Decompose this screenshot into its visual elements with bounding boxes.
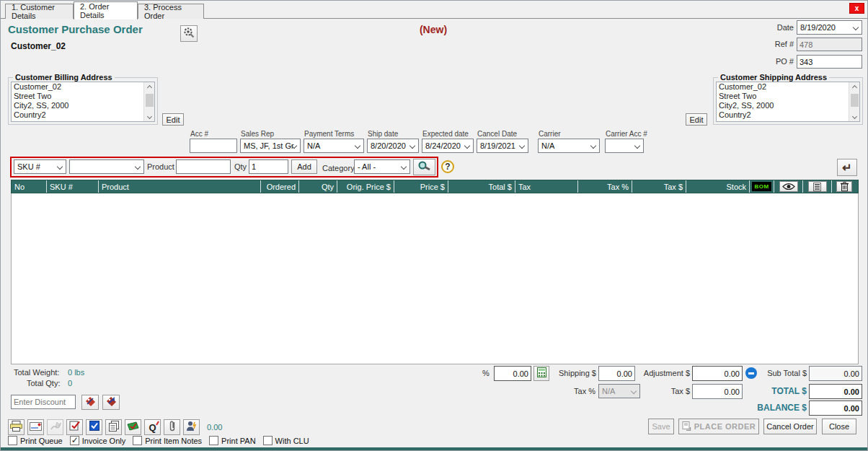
tax-amount-input[interactable] (692, 384, 743, 399)
scroll-up-icon[interactable] (849, 82, 860, 92)
attachment-button[interactable] (164, 419, 180, 435)
adjustment-input[interactable] (692, 366, 743, 381)
return-arrow-icon: ↵ (842, 161, 851, 175)
billing-scrollbar[interactable] (143, 82, 154, 121)
apply-discount-button[interactable] (81, 395, 99, 410)
print-item-notes-checkbox[interactable] (133, 436, 142, 445)
balance-field (809, 400, 862, 416)
order-date-picker[interactable]: 8/19/2020 (797, 20, 862, 35)
help-icon[interactable]: ? (441, 160, 454, 173)
scroll-up-icon[interactable] (144, 82, 155, 92)
billing-line: Street Two (12, 92, 154, 101)
col-total: Total $ (448, 180, 515, 193)
print-pan-label: Print PAN (221, 437, 255, 445)
col-stock: Stock (686, 180, 750, 193)
total-qty-value: 0 (68, 379, 72, 387)
category-select[interactable]: - All - (354, 159, 410, 174)
save-button[interactable]: Save (648, 419, 674, 434)
scroll-down-icon[interactable] (849, 111, 860, 121)
qty-input[interactable] (249, 159, 288, 174)
sku-select[interactable] (69, 159, 144, 174)
cancel-date-picker[interactable]: 8/19/2021 (477, 139, 528, 153)
billing-line: Country2 (12, 110, 154, 120)
print-pan-checkbox[interactable] (209, 436, 218, 445)
shipping-input[interactable] (598, 366, 635, 381)
quickbooks-button[interactable]: Q (144, 419, 161, 435)
edit-shipping-button[interactable]: Edit (686, 113, 707, 126)
billing-address-title: Customer Billing Address (13, 73, 115, 82)
chevron-down-icon (519, 143, 525, 149)
payment-button[interactable] (125, 419, 141, 435)
shipping-scrollbar[interactable] (849, 82, 859, 121)
shipping-address-box[interactable]: Customer_02 Street Two City2, SS, 2000 C… (716, 82, 860, 122)
scroll-thumb[interactable] (851, 94, 859, 107)
scroll-down-icon[interactable] (144, 111, 155, 121)
remove-discount-button[interactable] (102, 395, 120, 410)
signature-pen-icon (50, 421, 61, 434)
discount-input[interactable] (11, 395, 76, 409)
user-alert-button[interactable] (183, 419, 200, 435)
discount-percent-input[interactable] (494, 366, 531, 381)
billing-address-box[interactable]: Customer_02 Street Two City2, SS, 2000 C… (11, 82, 155, 122)
email-button[interactable] (27, 419, 44, 435)
carrier-label: Carrier (539, 130, 561, 138)
items-table-body[interactable] (11, 193, 859, 364)
place-order-button[interactable]: PLACE ORDER (678, 419, 759, 434)
eye-icon[interactable] (779, 181, 798, 192)
payment-terms-value: N/A (307, 141, 320, 150)
tab-order-details[interactable]: 2. Order Details (74, 1, 138, 19)
col-bom: BOM (750, 180, 774, 193)
sales-rep-value: MS, JF, 1st Gr (244, 141, 294, 150)
items-table-header: No SKU # Product Ordered Qty Orig. Price… (11, 180, 859, 193)
tab-strip: 1. Customer Details 2. Order Details 3. … (1, 1, 867, 19)
acc-number-field[interactable] (190, 139, 237, 153)
print-check-button[interactable] (66, 419, 83, 435)
order-settings-button[interactable] (180, 25, 198, 42)
ship-date-label: Ship date (368, 130, 398, 138)
category-value: - All - (358, 162, 376, 171)
expected-date-label: Expected date (422, 130, 469, 138)
copy-button[interactable] (105, 419, 122, 435)
with-clu-checkbox[interactable] (263, 436, 273, 445)
edit-billing-button[interactable]: Edit (162, 113, 184, 126)
tax-percent-value: N/A (602, 387, 615, 395)
ship-date-picker[interactable]: 8/20/2020 (367, 139, 419, 153)
ref-number-field (797, 38, 862, 51)
print-queue-checkbox[interactable] (8, 436, 17, 445)
calculator-button[interactable] (533, 366, 549, 381)
total-label: TOTAL $ (750, 386, 807, 396)
sku-mode-select[interactable]: SKU # (14, 159, 66, 174)
print-queue-label: Print Queue (20, 437, 63, 445)
printer-button[interactable] (8, 419, 25, 435)
invoice-only-checkbox[interactable] (70, 436, 79, 445)
payment-terms-select[interactable]: N/A (304, 139, 364, 153)
envelope-icon (30, 421, 42, 434)
person-icon (186, 421, 197, 434)
close-button[interactable]: Close (822, 419, 856, 434)
trash-icon[interactable] (836, 181, 852, 192)
shipping-line: City2, SS, 2000 (717, 101, 859, 110)
tab-process-order[interactable]: 3. Process Order (138, 4, 204, 19)
col-orig-price: Orig. Price $ (337, 180, 394, 193)
sales-rep-select[interactable]: MS, JF, 1st Gr (240, 139, 301, 153)
tab-customer-details[interactable]: 1. Customer Details (5, 4, 74, 19)
carrier-acc-select[interactable] (605, 139, 644, 153)
expected-date-picker[interactable]: 8/24/2020 (422, 139, 474, 153)
scroll-thumb[interactable] (146, 94, 154, 107)
product-search-input[interactable] (176, 159, 231, 174)
blue-checkbox-icon (89, 421, 99, 434)
cancel-order-button[interactable]: Cancel Order (763, 419, 817, 434)
enter-item-button[interactable]: ↵ (837, 159, 857, 176)
carrier-select[interactable]: N/A (538, 139, 600, 153)
payment-terms-label: Payment Terms (304, 130, 354, 138)
subtotal-field (809, 366, 862, 381)
select-all-button[interactable] (86, 419, 102, 435)
list-lines-icon[interactable] (808, 181, 827, 192)
customer-name: Customer_02 (11, 41, 66, 51)
product-search-button[interactable] (413, 159, 435, 175)
minus-circle-icon[interactable] (745, 367, 757, 379)
add-item-button[interactable]: Add (291, 159, 317, 174)
po-number-field[interactable] (797, 55, 862, 69)
close-icon[interactable]: x (849, 3, 864, 14)
total-weight-label: Total Weight: (14, 368, 59, 377)
